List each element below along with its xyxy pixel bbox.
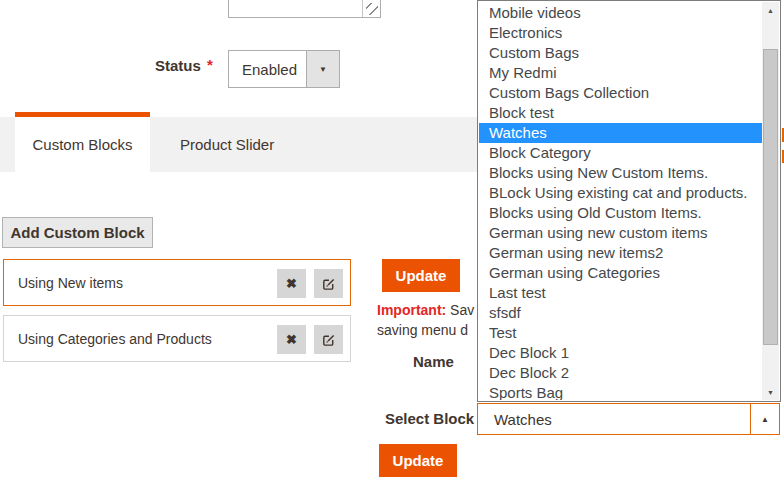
important-note-line1: Important: Sav xyxy=(377,300,477,320)
scrollbar-down-icon[interactable]: ▼ xyxy=(762,384,779,400)
dropdown-option[interactable]: Custom Bags Collection xyxy=(479,83,762,103)
add-custom-block-button[interactable]: Add Custom Block xyxy=(2,217,153,248)
dropdown-option[interactable]: Last test xyxy=(479,283,762,303)
close-x-icon: ✖ xyxy=(286,276,297,291)
dropdown-option[interactable]: Mobile videos xyxy=(479,3,762,23)
custom-block-list: Using New items ✖ Using Categories and P… xyxy=(3,259,351,371)
custom-block-item-label: Using New items xyxy=(18,260,123,305)
dropdown-option[interactable]: sfsdf xyxy=(479,303,762,323)
important-prefix: Important: xyxy=(377,302,446,318)
dropdown-option[interactable]: Block test xyxy=(479,103,762,123)
dropdown-option[interactable]: Watches xyxy=(479,123,762,143)
required-asterisk: * xyxy=(207,56,213,73)
dropdown-option[interactable]: German using Categories xyxy=(479,263,762,283)
textarea-fragment[interactable] xyxy=(228,0,381,18)
status-select[interactable]: Enabled ▼ xyxy=(228,50,340,88)
update-button[interactable]: Update xyxy=(382,259,460,292)
edit-pencil-icon xyxy=(321,276,336,291)
magento-menu-editor-screen: Status * Enabled ▼ Custom Blocks Product… xyxy=(0,0,784,482)
block-options-dropdown: Mobile videosElectronicsCustom BagsMy Re… xyxy=(477,0,781,402)
dropdown-option[interactable]: BLock Using existing cat and products. xyxy=(479,183,762,203)
status-select-value: Enabled xyxy=(229,51,306,87)
dropdown-option[interactable]: Dec Block 2 xyxy=(479,363,762,383)
update-button-bottom[interactable]: Update xyxy=(379,444,457,477)
dropdown-option[interactable]: Test xyxy=(479,323,762,343)
custom-block-item-label: Using Categories and Products xyxy=(18,316,212,361)
custom-block-item[interactable]: Using New items ✖ xyxy=(3,259,351,306)
tab-product-slider-label: Product Slider xyxy=(180,136,274,153)
name-label: Name xyxy=(413,353,454,370)
select-block-label: Select Block xyxy=(385,410,474,427)
select-block-combobox[interactable]: Watches ▲ xyxy=(477,403,780,435)
tab-custom-blocks[interactable]: Custom Blocks xyxy=(15,117,150,172)
dropdown-option[interactable]: Blocks using New Custom Items. xyxy=(479,163,762,183)
edit-block-button[interactable] xyxy=(314,325,343,354)
chevron-down-icon[interactable]: ▼ xyxy=(306,51,339,87)
important-note: Important: Sav saving menu d xyxy=(377,300,477,340)
dropdown-option[interactable]: German using new items2 xyxy=(479,243,762,263)
dropdown-option[interactable]: Blocks using Old Custom Items. xyxy=(479,203,762,223)
select-block-value: Watches xyxy=(478,404,750,434)
tab-product-slider[interactable]: Product Slider xyxy=(180,117,300,172)
status-label: Status xyxy=(155,57,201,74)
important-note-line2: saving menu d xyxy=(377,320,477,340)
dropdown-option[interactable]: Electronics xyxy=(479,23,762,43)
chevron-up-icon[interactable]: ▲ xyxy=(750,404,779,434)
dropdown-option[interactable]: My Redmi xyxy=(479,63,762,83)
dropdown-option[interactable]: Dec Block 1 xyxy=(479,343,762,363)
scrollbar-thumb[interactable] xyxy=(763,49,778,345)
edit-pencil-icon xyxy=(321,332,336,347)
dropdown-option[interactable]: Custom Bags xyxy=(479,43,762,63)
dropdown-option[interactable]: Block Category xyxy=(479,143,762,163)
close-x-icon: ✖ xyxy=(286,332,297,347)
dropdown-option[interactable]: Sports Bag xyxy=(479,383,762,400)
dropdown-option[interactable]: German using new custom items xyxy=(479,223,762,243)
scrollbar-up-icon[interactable]: ▲ xyxy=(762,2,779,18)
resize-grip-icon[interactable] xyxy=(362,0,380,17)
custom-block-item[interactable]: Using Categories and Products ✖ xyxy=(3,315,351,362)
edit-block-button[interactable] xyxy=(314,269,343,298)
dropdown-options-list: Mobile videosElectronicsCustom BagsMy Re… xyxy=(479,3,762,400)
tab-custom-blocks-label: Custom Blocks xyxy=(32,136,132,153)
delete-block-button[interactable]: ✖ xyxy=(277,325,306,354)
dropdown-scrollbar[interactable]: ▲ ▼ xyxy=(762,2,779,400)
delete-block-button[interactable]: ✖ xyxy=(277,269,306,298)
